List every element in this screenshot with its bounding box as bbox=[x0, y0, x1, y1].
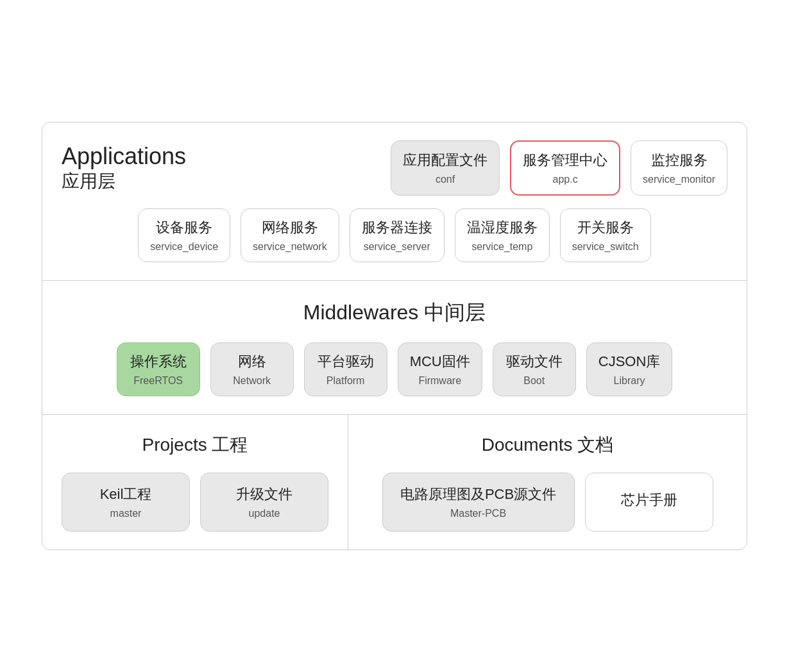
card-device-title: 设备服务 bbox=[156, 218, 212, 237]
card-server[interactable]: 服务器连接 service_server bbox=[350, 208, 445, 262]
middlewares-title: Middlewares 中间层 bbox=[62, 299, 727, 327]
card-freertos-title: 操作系统 bbox=[130, 352, 187, 371]
card-device-sub: service_device bbox=[150, 241, 218, 253]
card-temp[interactable]: 温湿度服务 service_temp bbox=[455, 208, 550, 262]
card-switch[interactable]: 开关服务 service_switch bbox=[560, 208, 651, 262]
card-library-title: CJSON库 bbox=[598, 352, 661, 371]
applications-top-cards: 应用配置文件 conf 服务管理中心 app.c 监控服务 service_mo… bbox=[203, 140, 727, 196]
card-firmware-title: MCU固件 bbox=[410, 352, 470, 371]
applications-title-block: Applications 应用层 bbox=[62, 142, 190, 194]
card-mw-network-sub: Network bbox=[233, 375, 271, 387]
card-conf-sub: conf bbox=[436, 174, 455, 185]
section-documents: Documents 文档 电路原理图及PCB源文件 Master-PCB 芯片手… bbox=[348, 415, 747, 550]
card-platform-title: 平台驱动 bbox=[318, 352, 374, 371]
card-library-sub: Library bbox=[614, 375, 645, 387]
card-switch-title: 开关服务 bbox=[577, 218, 634, 237]
card-boot-title: 驱动文件 bbox=[506, 352, 563, 371]
documents-title: Documents 文档 bbox=[368, 433, 727, 457]
card-server-sub: service_server bbox=[364, 241, 430, 253]
applications-title-cn: 应用层 bbox=[62, 170, 115, 193]
card-network-svc[interactable]: 网络服务 service_network bbox=[241, 208, 339, 262]
card-mw-network-title: 网络 bbox=[238, 352, 266, 371]
card-switch-sub: service_switch bbox=[572, 241, 639, 253]
card-chip-manual-title: 芯片手册 bbox=[621, 491, 677, 510]
card-pcb-title: 电路原理图及PCB源文件 bbox=[400, 485, 556, 504]
card-monitor[interactable]: 监控服务 service_monitor bbox=[631, 140, 727, 196]
card-mw-network[interactable]: 网络 Network bbox=[210, 342, 294, 396]
card-appc-sub: app.c bbox=[552, 174, 577, 185]
section-middlewares: Middlewares 中间层 操作系统 FreeRTOS 网络 Network… bbox=[42, 281, 747, 415]
card-chip-manual[interactable]: 芯片手册 bbox=[585, 473, 713, 532]
main-container: Applications 应用层 应用配置文件 conf 服务管理中心 app.… bbox=[42, 122, 747, 550]
card-network-svc-sub: service_network bbox=[253, 241, 327, 253]
card-boot[interactable]: 驱动文件 Boot bbox=[493, 342, 576, 396]
middlewares-cards: 操作系统 FreeRTOS 网络 Network 平台驱动 Platform M… bbox=[62, 342, 727, 396]
card-server-title: 服务器连接 bbox=[362, 218, 432, 237]
section-bottom: Projects 工程 Keil工程 master 升级文件 update Do… bbox=[42, 415, 747, 550]
section-applications: Applications 应用层 应用配置文件 conf 服务管理中心 app.… bbox=[42, 122, 747, 281]
applications-top-row: Applications 应用层 应用配置文件 conf 服务管理中心 app.… bbox=[62, 140, 727, 196]
applications-title-en: Applications bbox=[62, 142, 186, 170]
card-update-title: 升级文件 bbox=[236, 485, 293, 504]
card-firmware-sub: Firmware bbox=[418, 375, 461, 387]
card-monitor-sub: service_monitor bbox=[643, 174, 715, 185]
card-freertos-sub: FreeRTOS bbox=[133, 375, 183, 387]
card-platform-sub: Platform bbox=[327, 375, 365, 387]
card-temp-sub: service_temp bbox=[471, 241, 532, 253]
card-keil-sub: master bbox=[110, 508, 142, 519]
card-firmware[interactable]: MCU固件 Firmware bbox=[398, 342, 482, 396]
card-device[interactable]: 设备服务 service_device bbox=[138, 208, 230, 262]
card-update-sub: update bbox=[249, 508, 280, 519]
card-keil-title: Keil工程 bbox=[100, 485, 152, 504]
card-appc[interactable]: 服务管理中心 app.c bbox=[510, 140, 620, 196]
card-boot-sub: Boot bbox=[523, 375, 545, 387]
card-update[interactable]: 升级文件 update bbox=[200, 473, 328, 532]
card-monitor-title: 监控服务 bbox=[651, 151, 708, 170]
card-network-svc-title: 网络服务 bbox=[262, 218, 318, 237]
card-temp-title: 温湿度服务 bbox=[467, 218, 538, 237]
card-library[interactable]: CJSON库 Library bbox=[586, 342, 673, 396]
documents-cards: 电路原理图及PCB源文件 Master-PCB 芯片手册 bbox=[368, 473, 727, 532]
card-appc-title: 服务管理中心 bbox=[523, 151, 607, 170]
projects-title: Projects 工程 bbox=[62, 433, 328, 457]
card-freertos[interactable]: 操作系统 FreeRTOS bbox=[117, 342, 200, 396]
card-pcb[interactable]: 电路原理图及PCB源文件 Master-PCB bbox=[382, 473, 575, 532]
applications-bottom-cards: 设备服务 service_device 网络服务 service_network… bbox=[62, 208, 727, 262]
section-projects: Projects 工程 Keil工程 master 升级文件 update bbox=[42, 415, 348, 550]
projects-cards: Keil工程 master 升级文件 update bbox=[62, 473, 328, 532]
card-platform[interactable]: 平台驱动 Platform bbox=[304, 342, 387, 396]
card-conf-title: 应用配置文件 bbox=[403, 151, 488, 170]
card-conf[interactable]: 应用配置文件 conf bbox=[391, 140, 500, 196]
card-keil[interactable]: Keil工程 master bbox=[62, 473, 190, 532]
card-pcb-sub: Master-PCB bbox=[450, 508, 506, 519]
